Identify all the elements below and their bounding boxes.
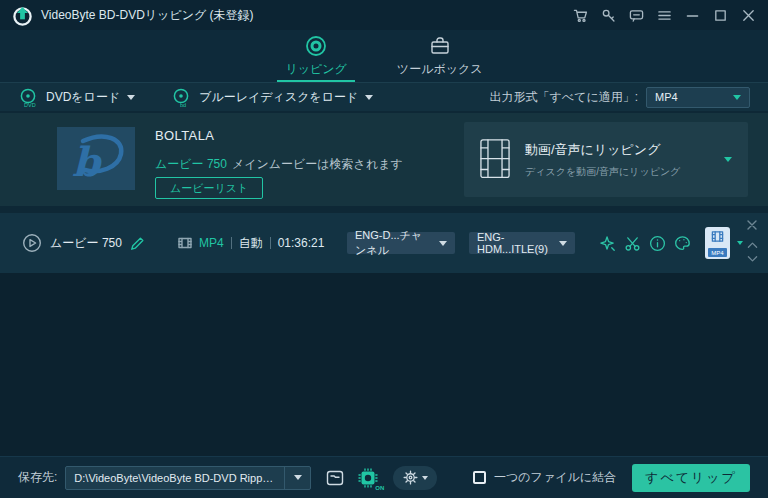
feedback-icon[interactable]: [629, 8, 644, 23]
minimize-icon[interactable]: [685, 8, 700, 23]
gpu-acceleration-toggle[interactable]: ON: [357, 467, 379, 489]
menu-icon[interactable]: [657, 8, 672, 23]
tab-toolbox[interactable]: ツールボックス: [389, 30, 491, 82]
rip-mode-text: 動画/音声にリッピング ディスクを動画/音声にリッピング: [525, 141, 680, 179]
output-format-value: MP4: [655, 91, 678, 103]
disc-title: BOLTALA: [155, 128, 214, 143]
subtitle-track-caret-icon: [559, 241, 567, 246]
gear-icon: [403, 470, 418, 485]
app-window: VideoByte BD-DVDリッピング (未登録) リッピング ツールボック…: [0, 0, 768, 498]
save-path-value: D:\VideoByte\VideoByte BD-DVD Ripper\Rip…: [66, 472, 284, 484]
merge-checkbox[interactable]: [473, 471, 486, 484]
dvd-disc-icon: DVD: [18, 87, 39, 108]
close-icon[interactable]: [741, 8, 756, 23]
bluray-disc-icon: bd: [171, 87, 192, 108]
audio-track-value: ENG-D...チャンネル: [355, 228, 433, 258]
badge-format-label: MP4: [708, 248, 726, 257]
rip-mode-title: 動画/音声にリッピング: [525, 141, 680, 159]
merge-checkbox-label: 一つのファイルに結合: [494, 469, 616, 486]
empty-list-area: [0, 273, 768, 456]
movie-format: MP4: [199, 236, 224, 250]
main-tab-bar: リッピング ツールボックス: [0, 30, 768, 82]
filmstrip-icon: [480, 139, 510, 180]
play-icon[interactable]: [22, 233, 42, 253]
ripping-target-icon: [305, 35, 327, 57]
svg-text:b: b: [72, 138, 103, 185]
movie-row: ムービー 750 MP4 自動 01:36:21 ENG-D...チャンネル E…: [0, 213, 768, 273]
dvd-icon-label: DVD: [24, 102, 36, 108]
row-close-icon[interactable]: [746, 219, 758, 231]
scissors-icon[interactable]: [624, 235, 641, 252]
gpu-on-badge: ON: [375, 485, 384, 491]
tab-toolbox-label: ツールボックス: [397, 61, 483, 78]
title-bar: VideoByte BD-DVDリッピング (未登録): [0, 0, 768, 30]
load-bluray-caret-icon[interactable]: [365, 95, 373, 100]
output-format-caret-icon: [733, 95, 741, 100]
disc-thumbnail: b: [57, 127, 135, 190]
tab-ripping[interactable]: リッピング: [277, 30, 354, 82]
rip-all-button[interactable]: すべてリップ: [632, 464, 750, 492]
save-path-combo[interactable]: D:\VideoByte\VideoByte BD-DVD Ripper\Rip…: [65, 466, 311, 490]
movie-format-info: MP4 自動 01:36:21: [178, 213, 324, 273]
magic-wand-icon[interactable]: [599, 235, 616, 252]
load-toolbar: DVD DVDをロード bd ブルーレイディスクをロード 出力形式「すべてに適用…: [0, 82, 768, 111]
bd-icon-label: bd: [180, 102, 186, 108]
load-dvd-caret-icon[interactable]: [127, 95, 135, 100]
film-icon: [178, 236, 192, 250]
disc-movie-count: ムービー 750: [155, 157, 227, 171]
output-format-select[interactable]: MP4: [646, 87, 750, 108]
movie-list-button[interactable]: ムービーリスト: [155, 177, 263, 199]
movie-duration: 01:36:21: [278, 236, 325, 250]
tab-ripping-label: リッピング: [285, 61, 346, 78]
bluray-logo-icon: b: [57, 127, 135, 190]
load-bluray-button[interactable]: bd ブルーレイディスクをロード: [171, 87, 373, 108]
movie-name: ムービー 750: [50, 235, 122, 252]
rip-mode-subtitle: ディスクを動画/音声にリッピング: [525, 165, 680, 179]
cart-icon[interactable]: [573, 8, 588, 23]
palette-icon[interactable]: [674, 235, 691, 252]
scroll-down-icon[interactable]: [747, 255, 758, 263]
save-destination-label: 保存先:: [18, 469, 57, 486]
subtitle-track-dropdown[interactable]: ENG-HDM...ITLE(9): [469, 232, 575, 254]
disc-movie-summary: ムービー 750メインムービーは検索されます: [155, 156, 403, 173]
scroll-up-icon[interactable]: [747, 241, 758, 249]
output-format-badge[interactable]: MP4: [705, 227, 730, 259]
subtitle-track-value: ENG-HDM...ITLE(9): [477, 231, 553, 255]
output-format-label: 出力形式「すべてに適用」:: [490, 89, 638, 106]
badge-film-icon: [711, 230, 724, 243]
save-path-dropdown[interactable]: [284, 467, 310, 489]
badge-caret-icon[interactable]: [737, 241, 743, 245]
output-format-group: 出力形式「すべてに適用」: MP4: [490, 87, 750, 108]
maximize-icon[interactable]: [713, 8, 728, 23]
window-title: VideoByte BD-DVDリッピング (未登録): [41, 7, 254, 24]
open-folder-icon[interactable]: [325, 468, 345, 488]
separator: [231, 237, 232, 249]
toolbox-briefcase-icon: [429, 35, 451, 57]
load-bluray-label: ブルーレイディスクをロード: [199, 89, 358, 106]
app-logo-icon: [12, 5, 33, 26]
rename-pencil-icon[interactable]: [130, 236, 145, 251]
rip-mode-selector[interactable]: 動画/音声にリッピング ディスクを動画/音声にリッピング: [464, 122, 748, 197]
settings-caret-icon: [422, 476, 428, 480]
key-icon[interactable]: [601, 8, 616, 23]
rip-mode-caret-icon: [724, 157, 732, 162]
disc-movie-note: メインムービーは検索されます: [232, 157, 403, 171]
movie-title-group: ムービー 750: [22, 213, 145, 273]
disc-info-panel: b BOLTALA ムービー 750メインムービーは検索されます ムービーリスト…: [0, 113, 768, 206]
load-dvd-button[interactable]: DVD DVDをロード: [18, 87, 135, 108]
info-icon[interactable]: [649, 235, 666, 252]
separator: [270, 237, 271, 249]
save-path-caret-icon: [294, 475, 302, 480]
movie-quality: 自動: [239, 235, 263, 252]
footer-bar: 保存先: D:\VideoByte\VideoByte BD-DVD Rippe…: [0, 456, 768, 498]
merge-option: 一つのファイルに結合: [473, 469, 616, 486]
titlebar-actions: [573, 8, 756, 23]
audio-track-dropdown[interactable]: ENG-D...チャンネル: [347, 232, 455, 254]
load-dvd-label: DVDをロード: [46, 89, 120, 106]
settings-button[interactable]: [393, 466, 437, 490]
audio-track-caret-icon: [439, 241, 447, 246]
movie-tools: [599, 213, 691, 273]
